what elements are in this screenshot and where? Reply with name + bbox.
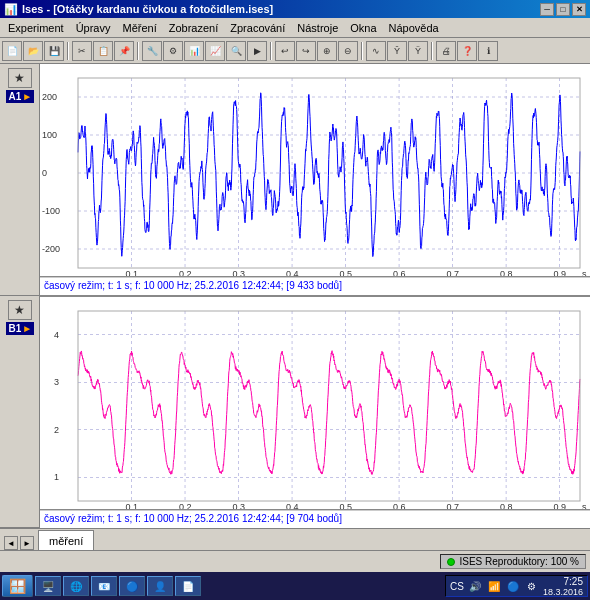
app-icon: 📊 xyxy=(4,3,18,16)
chart-a1-status: časový režim; t: 1 s; f: 10 000 Hz; 25.2… xyxy=(40,277,590,295)
chart-a1-canvas xyxy=(40,64,590,276)
chart-a1: mV xyxy=(40,64,590,277)
tb-btn10[interactable]: ⊖ xyxy=(338,41,358,61)
tab-prev-button[interactable]: ◄ xyxy=(4,536,18,550)
menu-zpracovani[interactable]: Zpracování xyxy=(224,20,291,36)
tray-usb-icon[interactable]: ⚙ xyxy=(524,578,540,594)
channel-a1-block: ★ A1 ► xyxy=(0,64,39,296)
main-content: ★ A1 ► ★ B1 ► mV časový režim; t: 1 s; f… xyxy=(0,64,590,528)
channel-a1-label[interactable]: A1 ► xyxy=(6,90,34,103)
tb-btn8[interactable]: ↪ xyxy=(296,41,316,61)
chart-b1: V xyxy=(40,297,590,510)
tray-network-icon[interactable]: 🔊 xyxy=(467,578,483,594)
tb-sep2 xyxy=(137,42,139,60)
channel-b1-arrow: ► xyxy=(22,323,32,334)
menu-bar: Experiment Úpravy Měření Zobrazení Zprac… xyxy=(0,18,590,38)
status-bar: ISES Reproduktory: 100 % xyxy=(0,550,590,572)
status-indicator: ISES Reproduktory: 100 % xyxy=(440,554,586,569)
start-button[interactable]: 🪟 xyxy=(2,575,33,597)
tab-nav: ◄ ► xyxy=(0,536,38,550)
start-orb: 🪟 xyxy=(9,578,26,594)
channel-a1-star[interactable]: ★ xyxy=(8,68,32,88)
tb-sep3 xyxy=(270,42,272,60)
tb-btn9[interactable]: ⊕ xyxy=(317,41,337,61)
minimize-button[interactable]: ─ xyxy=(540,3,554,16)
taskbar-item-user[interactable]: 👤 xyxy=(147,576,173,596)
channel-a1-id: A1 xyxy=(9,91,22,102)
window-title: Ises - [Otáčky kardanu čivkou a fotočidl… xyxy=(22,3,273,15)
tb-sep5 xyxy=(431,42,433,60)
tab-bar: ◄ ► měření xyxy=(0,528,590,550)
tb-btn3[interactable]: 📊 xyxy=(184,41,204,61)
menu-zobrazeni[interactable]: Zobrazení xyxy=(163,20,225,36)
tray-locale: CS xyxy=(450,581,464,592)
chart-b1-canvas xyxy=(40,297,590,509)
menu-okna[interactable]: Okna xyxy=(344,20,382,36)
tb-paste[interactable]: 📌 xyxy=(114,41,134,61)
menu-mereni[interactable]: Měření xyxy=(116,20,162,36)
channel-b1-star[interactable]: ★ xyxy=(8,300,32,320)
chart-b1-status: časový režim; t: 1 s; f: 10 000 Hz; 25.2… xyxy=(40,510,590,528)
tab-mereni-label: měření xyxy=(49,535,83,547)
tb-btn4[interactable]: 📈 xyxy=(205,41,225,61)
tb-btn11[interactable]: ∿ xyxy=(366,41,386,61)
channel-a1-arrow: ► xyxy=(22,91,32,102)
tab-next-button[interactable]: ► xyxy=(20,536,34,550)
taskbar-item-media[interactable]: 🔵 xyxy=(119,576,145,596)
tb-print[interactable]: 🖨 xyxy=(436,41,456,61)
menu-upravy[interactable]: Úpravy xyxy=(70,20,117,36)
tb-btn1[interactable]: 🔧 xyxy=(142,41,162,61)
tb-copy[interactable]: 📋 xyxy=(93,41,113,61)
maximize-button[interactable]: □ xyxy=(556,3,570,16)
channel-b1-label[interactable]: B1 ► xyxy=(6,322,34,335)
tb-btn7[interactable]: ↩ xyxy=(275,41,295,61)
title-bar: 📊 Ises - [Otáčky kardanu čivkou a fotoči… xyxy=(0,0,590,18)
tb-info[interactable]: ℹ xyxy=(478,41,498,61)
tb-help[interactable]: ❓ xyxy=(457,41,477,61)
charts-area: mV časový režim; t: 1 s; f: 10 000 Hz; 2… xyxy=(40,64,590,528)
taskbar-tray: CS 🔊 📶 🔵 ⚙ 7:25 18.3.2016 xyxy=(445,575,588,597)
tray-bt-icon[interactable]: 🔵 xyxy=(505,578,521,594)
tab-mereni[interactable]: měření xyxy=(38,530,94,550)
taskbar-item-doc[interactable]: 📄 xyxy=(175,576,201,596)
tb-save[interactable]: 💾 xyxy=(44,41,64,61)
taskbar: 🪟 🖥️ 🌐 📧 🔵 👤 📄 CS 🔊 📶 🔵 ⚙ 7:25 18.3.2016 xyxy=(0,572,590,600)
tb-btn2[interactable]: ⚙ xyxy=(163,41,183,61)
tray-date: 18.3.2016 xyxy=(543,587,583,597)
tb-btn5[interactable]: 🔍 xyxy=(226,41,246,61)
tray-time: 7:25 xyxy=(543,576,583,587)
toolbar: 📄 📂 💾 ✂ 📋 📌 🔧 ⚙ 📊 📈 🔍 ▶ ↩ ↪ ⊕ ⊖ ∿ Ŷ Ÿ 🖨 … xyxy=(0,38,590,64)
left-panel: ★ A1 ► ★ B1 ► xyxy=(0,64,40,528)
tb-new[interactable]: 📄 xyxy=(2,41,22,61)
taskbar-item-explorer[interactable]: 🖥️ xyxy=(35,576,61,596)
taskbar-item-email[interactable]: 📧 xyxy=(91,576,117,596)
tb-open[interactable]: 📂 xyxy=(23,41,43,61)
status-text: ISES Reproduktory: 100 % xyxy=(459,556,579,567)
menu-nastroje[interactable]: Nástroje xyxy=(291,20,344,36)
tb-btn6[interactable]: ▶ xyxy=(247,41,267,61)
tray-volume-icon[interactable]: 📶 xyxy=(486,578,502,594)
channel-b1-block: ★ B1 ► xyxy=(0,296,39,528)
tb-sep4 xyxy=(361,42,363,60)
channel-b1-id: B1 xyxy=(9,323,22,334)
status-led xyxy=(447,558,455,566)
menu-napoveda[interactable]: Nápověda xyxy=(383,20,445,36)
close-button[interactable]: ✕ xyxy=(572,3,586,16)
taskbar-item-ie[interactable]: 🌐 xyxy=(63,576,89,596)
tb-btn12[interactable]: Ŷ xyxy=(387,41,407,61)
tb-btn13[interactable]: Ÿ xyxy=(408,41,428,61)
tb-cut[interactable]: ✂ xyxy=(72,41,92,61)
tb-sep1 xyxy=(67,42,69,60)
menu-experiment[interactable]: Experiment xyxy=(2,20,70,36)
